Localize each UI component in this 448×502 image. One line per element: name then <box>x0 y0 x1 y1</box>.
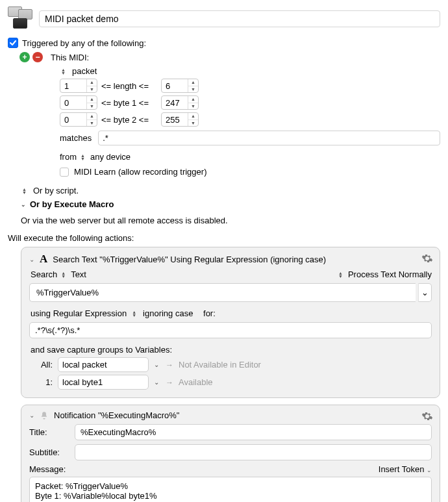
action-title: Search Text "%TriggerValue%" Using Regul… <box>53 255 326 264</box>
byte2-min-stepper[interactable]: ▲▼ <box>60 112 97 127</box>
byte1-max-stepper[interactable]: ▲▼ <box>161 95 199 110</box>
gear-icon[interactable] <box>421 253 433 264</box>
or-web-label: Or via the web server but all remote acc… <box>21 216 440 225</box>
or-macro-label: Or by Execute Macro <box>30 199 114 209</box>
case-mode-select[interactable] <box>132 310 136 317</box>
add-trigger-button[interactable]: + <box>19 52 30 62</box>
length-max-stepper[interactable]: ▲▼ <box>161 79 199 93</box>
search-mode-value: Text <box>71 270 86 279</box>
macro-title-input[interactable]: MIDI packet demo <box>39 10 440 27</box>
process-mode-value: Process Text Normally <box>348 270 432 279</box>
byte1-max-input[interactable] <box>162 96 188 109</box>
notif-title-label: Title: <box>29 427 68 437</box>
packet-type-select[interactable] <box>61 68 66 75</box>
search-mode-select[interactable] <box>61 271 66 278</box>
search-action-icon: A <box>40 253 47 266</box>
or-script-label: Or by script. <box>33 186 79 195</box>
var-1-hint[interactable]: Available <box>179 377 213 387</box>
gear-icon[interactable] <box>421 410 433 422</box>
will-execute-label: Will execute the following actions: <box>8 233 440 243</box>
action-search-card: ⌄ A Search Text "%TriggerValue%" Using R… <box>21 247 440 398</box>
notif-title-input[interactable] <box>75 424 432 440</box>
matches-label: matches <box>60 133 92 143</box>
var-1-menu[interactable]: ⌄ <box>154 379 160 386</box>
process-mode-select[interactable] <box>338 271 343 278</box>
byte2-max-input[interactable] <box>162 113 188 126</box>
or-script-toggle[interactable] <box>22 188 27 194</box>
length-label: <= length <= <box>101 81 157 91</box>
var-all-label: All: <box>33 360 53 370</box>
action-notification-card: ⌄ Notification "%ExecutingMacro%" Title:… <box>21 405 440 502</box>
action-disclosure[interactable]: ⌄ <box>29 412 34 419</box>
notif-subtitle-label: Subtitle: <box>29 447 68 457</box>
for-label: for: <box>203 308 216 318</box>
insert-token-button[interactable]: Insert Token ⌄ <box>379 464 432 474</box>
length-max-input[interactable] <box>162 79 188 92</box>
remove-trigger-button[interactable]: − <box>32 52 43 62</box>
arrow-right-icon: → <box>166 378 173 387</box>
notif-subtitle-input[interactable] <box>75 444 432 460</box>
regex-input[interactable] <box>29 322 432 338</box>
this-midi-label: This MIDI: <box>51 53 89 62</box>
var-1-label: 1: <box>33 377 53 387</box>
case-mode-value: ignoring case <box>143 308 193 318</box>
arrow-right-icon: → <box>166 360 173 370</box>
var-all-input[interactable] <box>58 357 149 372</box>
search-text-input[interactable] <box>35 287 410 298</box>
from-label: from <box>60 152 77 162</box>
byte2-label: <= byte 2 <= <box>101 115 157 125</box>
triggered-heading: Triggered by any of the following: <box>22 38 146 48</box>
var-all-hint[interactable]: Not Available in Editor <box>179 360 261 370</box>
var-all-menu[interactable]: ⌄ <box>154 361 160 368</box>
from-device-select[interactable] <box>81 154 85 160</box>
from-device-value: any device <box>90 152 131 162</box>
notif-message-label: Message: <box>29 464 66 474</box>
midi-learn-checkbox[interactable] <box>60 168 69 177</box>
trigger-enabled-checkbox[interactable] <box>8 38 18 48</box>
or-macro-disclosure[interactable]: ⌄ <box>21 201 26 208</box>
midi-learn-label: MIDI Learn (allow recording trigger) <box>74 167 206 177</box>
matches-input[interactable] <box>98 131 440 145</box>
var-1-input[interactable] <box>58 375 149 390</box>
macro-icon <box>8 6 34 31</box>
action-disclosure[interactable]: ⌄ <box>29 256 34 263</box>
notif-message-input[interactable]: Packet: %TriggerValue% Byte 1: %Variable… <box>29 477 432 502</box>
search-text-token-button[interactable]: ⌄ <box>418 283 432 302</box>
save-groups-label: and save capture groups to Variables: <box>31 345 432 355</box>
search-label: Search <box>31 270 57 279</box>
byte2-min-input[interactable] <box>60 113 86 126</box>
byte1-label: <= byte 1 <= <box>101 98 157 108</box>
length-min-input[interactable] <box>60 79 86 92</box>
bell-icon <box>40 411 49 420</box>
byte2-max-stepper[interactable]: ▲▼ <box>161 112 199 127</box>
byte1-min-stepper[interactable]: ▲▼ <box>60 95 97 110</box>
action-title: Notification "%ExecutingMacro%" <box>54 410 179 420</box>
length-min-stepper[interactable]: ▲▼ <box>60 79 97 93</box>
using-label: using Regular Expression <box>31 308 127 318</box>
byte1-min-input[interactable] <box>60 96 86 109</box>
packet-type-label: packet <box>72 66 97 76</box>
